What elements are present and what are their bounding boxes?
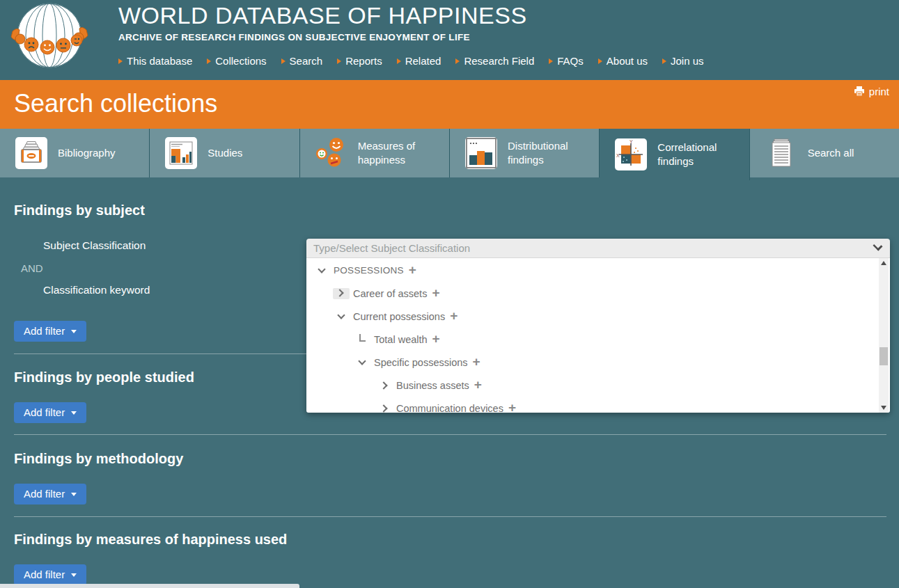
tree-node-specific-possessions[interactable]: Specific possessions + xyxy=(306,351,890,374)
nav-item-label: Search xyxy=(290,55,323,67)
add-filter-label: Add filter xyxy=(24,406,65,418)
nav-item-collections[interactable]: Collections xyxy=(207,55,266,67)
smiley-faces-icon xyxy=(315,137,347,169)
tree-node-label: POSSESSIONS xyxy=(334,265,404,276)
subject-classification-dropdown: Type/Select Subject Classification POSSE… xyxy=(306,239,890,413)
nav-item-about-us[interactable]: About us xyxy=(598,55,648,67)
add-plus-icon[interactable]: + xyxy=(473,355,480,368)
tab-correlational-findings[interactable]: Y X Correlational findings xyxy=(600,129,749,180)
scroll-up-icon[interactable] xyxy=(881,261,886,265)
tree-node-total-wealth[interactable]: Total wealth + xyxy=(306,328,890,351)
tab-studies[interactable]: Studies xyxy=(150,129,299,177)
add-filter-button-people[interactable]: Add filter xyxy=(14,402,86,423)
nav-item-label: About us xyxy=(607,55,648,67)
histogram-icon xyxy=(465,137,497,169)
add-plus-icon[interactable]: + xyxy=(409,263,416,276)
tab-bibliography[interactable]: Bibliography xyxy=(0,129,150,177)
scroll-down-icon[interactable] xyxy=(881,406,886,410)
print-link[interactable]: print xyxy=(854,86,889,97)
add-plus-icon[interactable]: + xyxy=(432,332,440,345)
caret-down-icon xyxy=(71,330,77,333)
classification-tree-panel: POSSESSIONS + Career of assets + Current… xyxy=(306,258,890,413)
tab-label: Measures of happiness xyxy=(358,139,436,168)
add-filter-button-measures[interactable]: Add filter xyxy=(14,564,86,585)
tab-label: Search all xyxy=(808,146,854,160)
tree-node-career-of-assets[interactable]: Career of assets + xyxy=(306,282,890,305)
tree-node-possessions[interactable]: POSSESSIONS + xyxy=(306,259,890,282)
main-nav: This database Collections Search Reports… xyxy=(118,55,704,67)
dropdown-menu-edge xyxy=(0,584,299,588)
document-stack-icon xyxy=(765,137,797,169)
nav-arrow-icon xyxy=(397,58,401,64)
caret-down-icon xyxy=(71,573,77,577)
tree-node-label: Business assets xyxy=(396,380,469,391)
tree-node-business-assets[interactable]: Business assets + xyxy=(306,374,890,397)
nav-item-label: Reports xyxy=(345,55,382,67)
nav-arrow-icon xyxy=(118,58,123,64)
nav-item-reports[interactable]: Reports xyxy=(337,55,382,67)
site-header: WORLD DATABASE OF HAPPINESS ARCHIVE OF R… xyxy=(0,0,899,80)
chevron-right-icon[interactable] xyxy=(333,288,350,299)
nav-item-label: Related xyxy=(405,55,441,67)
chevron-down-icon[interactable] xyxy=(313,269,330,272)
nav-item-join-us[interactable]: Join us xyxy=(662,55,704,67)
add-plus-icon[interactable]: + xyxy=(450,309,458,322)
nav-item-label: This database xyxy=(127,55,192,67)
nav-arrow-icon xyxy=(337,58,341,64)
nav-item-this-database[interactable]: This database xyxy=(118,55,192,67)
caret-down-icon xyxy=(71,493,77,496)
nav-item-label: FAQs xyxy=(557,55,584,67)
classification-tree: POSSESSIONS + Career of assets + Current… xyxy=(306,258,890,413)
nav-arrow-icon xyxy=(207,58,211,64)
nav-arrow-icon xyxy=(662,58,666,64)
add-filter-button-subject[interactable]: Add filter xyxy=(14,321,86,342)
tab-label: Bibliography xyxy=(58,146,116,160)
section-divider xyxy=(14,516,886,517)
chevron-down-icon[interactable] xyxy=(333,315,350,318)
page-title: Search collections xyxy=(0,80,899,118)
tab-search-all[interactable]: Search all xyxy=(750,129,899,177)
scatter-plot-icon: Y X xyxy=(615,138,647,170)
add-plus-icon[interactable]: + xyxy=(432,286,439,299)
section-title-findings-by-methodology: Findings by methodology xyxy=(14,451,886,467)
globe-smileys-logo-icon[interactable] xyxy=(8,1,91,76)
combobox-placeholder: Type/Select Subject Classification xyxy=(306,242,470,254)
tree-node-label: Career of assets xyxy=(353,288,427,299)
leaf-corner-icon xyxy=(354,337,370,342)
tab-distributional-findings[interactable]: Distributional findings xyxy=(450,129,600,177)
nav-item-label: Research Field xyxy=(464,55,534,67)
chevron-right-icon[interactable] xyxy=(376,383,393,388)
section-title-findings-by-subject: Findings by subject xyxy=(14,202,886,218)
nav-item-search[interactable]: Search xyxy=(281,55,323,67)
tree-node-current-possessions[interactable]: Current possessions + xyxy=(306,305,890,328)
tree-node-label: Total wealth xyxy=(374,334,428,345)
nav-item-related[interactable]: Related xyxy=(397,55,441,67)
site-subtitle: ARCHIVE OF RESEARCH FINDINGS ON SUBJECTI… xyxy=(118,32,704,42)
add-plus-icon[interactable]: + xyxy=(474,378,482,391)
scrollbar-thumb[interactable] xyxy=(880,347,888,365)
nav-arrow-icon xyxy=(549,58,553,64)
report-window-icon xyxy=(165,137,197,169)
add-plus-icon[interactable]: + xyxy=(508,401,516,413)
nav-item-research-field[interactable]: Research Field xyxy=(455,55,534,67)
add-filter-button-methodology[interactable]: Add filter xyxy=(14,484,86,504)
chevron-right-icon[interactable] xyxy=(376,406,393,411)
subject-classification-combobox[interactable]: Type/Select Subject Classification xyxy=(306,239,890,258)
svg-text:Y: Y xyxy=(630,139,633,144)
caret-down-icon xyxy=(71,411,77,415)
page: WORLD DATABASE OF HAPPINESS ARCHIVE OF R… xyxy=(0,0,899,588)
print-label: print xyxy=(869,86,889,97)
section-divider xyxy=(14,434,886,435)
add-filter-label: Add filter xyxy=(24,325,65,337)
nav-item-faqs[interactable]: FAQs xyxy=(549,55,584,67)
tab-label: Distributional findings xyxy=(508,139,586,168)
tree-node-communication-devices[interactable]: Communication devices + xyxy=(306,397,890,413)
section-title-findings-by-measures: Findings by measures of happiness used xyxy=(14,532,886,548)
nav-item-label: Collections xyxy=(215,55,266,67)
tree-scrollbar[interactable] xyxy=(879,258,889,413)
print-icon xyxy=(854,86,865,97)
tab-measures-of-happiness[interactable]: Measures of happiness xyxy=(300,129,450,177)
chevron-down-icon[interactable] xyxy=(354,360,370,364)
chevron-down-icon[interactable] xyxy=(873,241,882,251)
svg-text:X: X xyxy=(616,153,620,158)
